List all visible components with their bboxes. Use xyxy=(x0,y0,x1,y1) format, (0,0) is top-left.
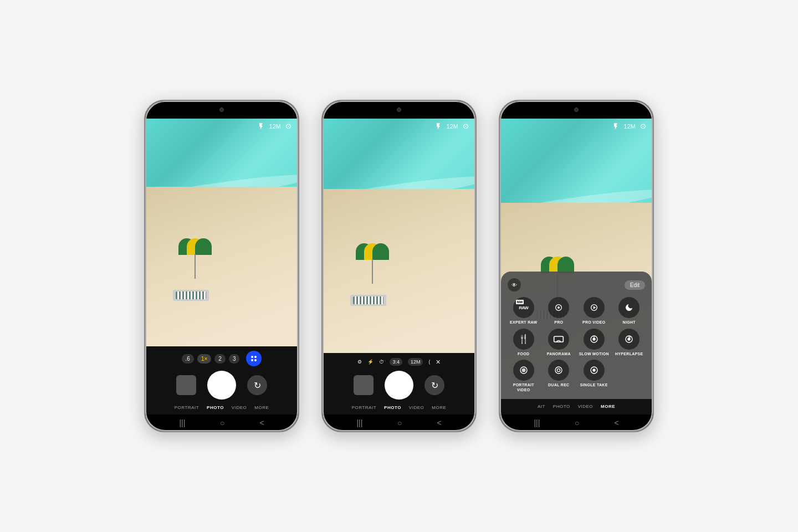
zoom-1x[interactable]: 1× xyxy=(197,354,211,364)
back-icon-3[interactable]: < xyxy=(614,418,618,427)
phone-2: 12M ⊙ ⚙ ⚡ ⏱ 3:4 12M ( × ↻ PORTRAIT PHOTO… xyxy=(321,100,477,432)
aspect-ratio-button[interactable]: 3:4 xyxy=(390,358,402,366)
expert-raw-label: EXPERT RAW xyxy=(510,320,537,325)
svg-point-6 xyxy=(593,338,595,340)
recent-apps-icon-3[interactable]: ||| xyxy=(534,418,540,427)
camera-bottom-1: .6 1× 2 3 ↻ PORTRAIT PHOTO VIDEO MORE xyxy=(145,346,298,415)
close-settings-button[interactable]: × xyxy=(436,357,440,366)
settings-bar: ⚙ ⚡ ⏱ 3:4 12M ( × xyxy=(323,357,475,366)
more-mode-1[interactable]: MORE xyxy=(254,405,269,410)
megapixels-3: 12M xyxy=(624,123,636,130)
lounger-stripes-2 xyxy=(353,296,383,304)
pro-video-icon xyxy=(584,297,605,318)
more-menu-panel: 👁 Edit RAW RAW EXPERT RAW xyxy=(501,272,652,399)
zoom-06[interactable]: .6 xyxy=(182,354,194,364)
phone-1: 12M ⊙ .6 1× 2 3 ↻ PORTRAIT PHOTO VIDE xyxy=(144,100,299,432)
menu-item-pro-video[interactable]: PRO VIDEO xyxy=(578,297,610,325)
eye-icon-button[interactable]: 👁 xyxy=(508,278,521,291)
slow-motion-icon xyxy=(584,329,605,350)
home-icon-3[interactable]: ○ xyxy=(575,418,579,427)
pro-icon xyxy=(548,297,569,318)
shutter-row-1: ↻ xyxy=(145,371,298,400)
more-menu-grid: RAW RAW EXPERT RAW PRO xyxy=(508,297,645,392)
timer-icon[interactable]: ⏱ xyxy=(379,359,384,365)
photo-mode-2[interactable]: PHOTO xyxy=(384,405,401,410)
back-icon-1[interactable]: < xyxy=(259,418,264,427)
flash-icon-3[interactable] xyxy=(612,122,620,130)
shutter-button-1[interactable] xyxy=(207,371,236,400)
menu-item-food[interactable]: 🍴 FOOD xyxy=(508,329,540,356)
menu-item-slow-motion[interactable]: SLOW MOTION xyxy=(578,329,610,356)
flash-icon-1[interactable] xyxy=(257,122,265,130)
flip-camera-button-1[interactable]: ↻ xyxy=(247,375,267,395)
menu-item-expert-raw[interactable]: RAW RAW EXPERT RAW xyxy=(508,297,540,325)
megapixel-button[interactable]: 12M xyxy=(408,358,423,366)
menu-item-pro[interactable]: PRO xyxy=(543,297,575,325)
gallery-thumbnail-1[interactable] xyxy=(176,375,196,395)
viewfinder-1: 12M ⊙ xyxy=(145,119,298,346)
zoom-controls: .6 1× 2 3 xyxy=(145,351,298,366)
zoom-2[interactable]: 2 xyxy=(214,354,226,364)
portrait-video-icon xyxy=(513,360,534,381)
menu-item-single-take[interactable]: SINGLE TAKE xyxy=(578,360,610,392)
phone-top-bar-2 xyxy=(323,101,475,119)
flip-camera-button-2[interactable]: ↻ xyxy=(424,375,444,395)
gear-icon-2[interactable]: ⚙ xyxy=(357,359,362,365)
power-button-3 xyxy=(653,178,654,206)
beach-umbrella xyxy=(176,238,214,283)
live-focus-icon[interactable]: ( xyxy=(428,359,430,365)
phone-top-bar-3 xyxy=(500,101,653,119)
video-mode-1[interactable]: VIDEO xyxy=(232,405,247,410)
volume-down-button xyxy=(144,192,145,209)
photo-mode-1[interactable]: PHOTO xyxy=(207,405,224,410)
shutter-button-2[interactable] xyxy=(385,371,413,400)
settings-icon-1[interactable]: ⊙ xyxy=(285,122,291,130)
front-camera xyxy=(219,108,224,112)
slow-motion-label: SLOW MOTION xyxy=(579,352,609,356)
ait-mode-3[interactable]: AIT xyxy=(538,404,545,409)
menu-item-panorama[interactable]: PANORAMA xyxy=(543,329,575,356)
home-icon-2[interactable]: ○ xyxy=(397,418,402,427)
recent-apps-icon-1[interactable]: ||| xyxy=(179,418,185,427)
viewfinder-2: 12M ⊙ xyxy=(323,119,475,353)
portrait-mode-2[interactable]: PORTRAIT xyxy=(352,405,376,410)
settings-icon-3[interactable]: ⊙ xyxy=(640,122,646,130)
camera-bottom-3: AIT PHOTO VIDEO MORE xyxy=(500,399,653,415)
power-button xyxy=(299,178,299,206)
menu-item-portrait-video[interactable]: PORTRAIT VIDEO xyxy=(508,360,540,392)
zoom-3[interactable]: 3 xyxy=(229,354,240,364)
power-button-2 xyxy=(476,178,477,206)
beach-lounger-2 xyxy=(350,295,386,306)
flash-icon-bar[interactable]: ⚡ xyxy=(367,359,374,365)
dots-grid-icon xyxy=(249,354,259,364)
dual-rec-icon xyxy=(548,360,569,381)
svg-point-18 xyxy=(593,369,595,371)
flash-icon-2[interactable] xyxy=(434,122,442,130)
more-mode-3[interactable]: MORE xyxy=(601,404,615,409)
video-mode-3[interactable]: VIDEO xyxy=(578,404,593,409)
back-icon-2[interactable]: < xyxy=(437,418,441,427)
volume-up-button-2 xyxy=(321,167,322,184)
pro-video-label: PRO VIDEO xyxy=(582,320,606,325)
menu-item-hyperlapse[interactable]: HYPERLAPSE xyxy=(613,329,646,356)
expert-raw-icon: RAW RAW xyxy=(513,297,534,318)
menu-item-dual-rec[interactable]: DUAL REC xyxy=(543,360,575,392)
nav-bar-2: ||| ○ < xyxy=(323,415,475,431)
hyperlapse-icon xyxy=(618,329,640,350)
more-modes-button[interactable] xyxy=(246,351,262,366)
home-icon-1[interactable]: ○ xyxy=(220,418,224,427)
video-mode-2[interactable]: VIDEO xyxy=(409,405,424,410)
edit-button[interactable]: Edit xyxy=(625,280,645,290)
cam-top-controls-2: 12M ⊙ xyxy=(323,119,475,134)
settings-icon-2[interactable]: ⊙ xyxy=(463,122,469,130)
more-mode-2[interactable]: MORE xyxy=(432,405,446,410)
photo-mode-3[interactable]: PHOTO xyxy=(553,404,570,409)
menu-item-night[interactable]: NIGHT xyxy=(613,297,646,325)
volume-up-button xyxy=(144,167,145,184)
recent-apps-icon-2[interactable]: ||| xyxy=(356,418,362,427)
mode-bar-1: PORTRAIT PHOTO VIDEO MORE xyxy=(145,403,298,412)
volume-down-button-3 xyxy=(499,192,499,209)
hyperlapse-label: HYPERLAPSE xyxy=(615,352,643,356)
portrait-mode-1[interactable]: PORTRAIT xyxy=(175,405,199,410)
gallery-thumbnail-2[interactable] xyxy=(354,375,374,395)
